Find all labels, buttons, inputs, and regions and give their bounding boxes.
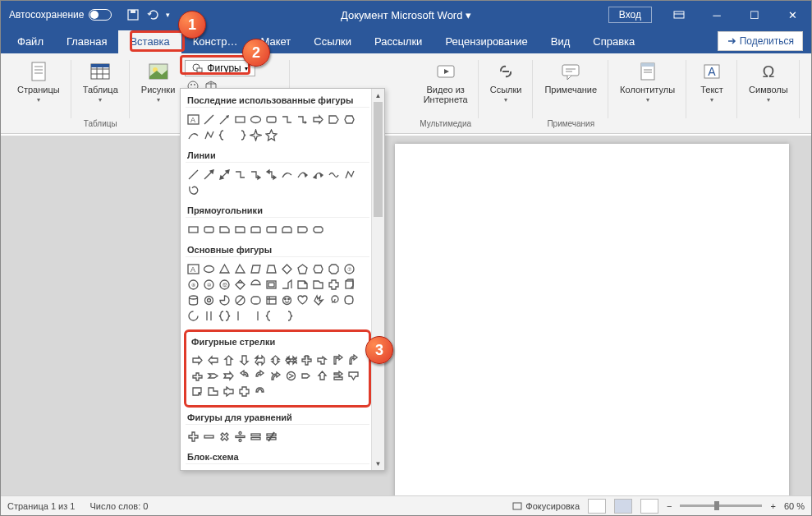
a9[interactable] bbox=[314, 352, 329, 367]
b22[interactable] bbox=[342, 277, 356, 292]
b14[interactable]: ⑫ bbox=[217, 277, 232, 292]
tab-references[interactable]: Ссылки bbox=[302, 30, 363, 53]
pentagon-shape[interactable] bbox=[326, 112, 341, 127]
curve-shape[interactable] bbox=[186, 127, 200, 142]
scroll-up-icon[interactable]: ▲ bbox=[372, 89, 384, 102]
b18[interactable] bbox=[279, 277, 294, 292]
b13[interactable]: ⑩ bbox=[201, 277, 216, 292]
document-area[interactable] bbox=[1, 136, 811, 495]
b27[interactable] bbox=[248, 293, 263, 307]
b30[interactable] bbox=[295, 293, 310, 307]
focus-mode-button[interactable]: Фокусировка bbox=[512, 501, 580, 511]
b2[interactable] bbox=[201, 261, 216, 276]
a26[interactable] bbox=[236, 384, 251, 399]
online-video-button[interactable]: Видео из Интернета bbox=[418, 57, 474, 108]
b21[interactable] bbox=[326, 277, 341, 292]
login-button[interactable]: Вход bbox=[608, 7, 652, 23]
a15[interactable] bbox=[236, 368, 251, 383]
b35[interactable] bbox=[201, 308, 216, 323]
a6[interactable] bbox=[268, 352, 282, 367]
b19[interactable] bbox=[295, 277, 310, 292]
tab-mailings[interactable]: Рассылки bbox=[363, 30, 434, 53]
b23[interactable] bbox=[186, 293, 200, 307]
zoom-in-button[interactable]: + bbox=[770, 501, 775, 511]
rect5[interactable] bbox=[248, 222, 263, 237]
links-button[interactable]: Ссылки ▾ bbox=[484, 57, 529, 107]
tab-file[interactable]: Файл bbox=[6, 30, 55, 53]
a2[interactable] bbox=[205, 352, 220, 367]
rect2[interactable] bbox=[201, 222, 216, 237]
connector-shape[interactable] bbox=[279, 112, 294, 127]
star5-shape[interactable] bbox=[264, 127, 278, 142]
a3[interactable] bbox=[221, 352, 236, 367]
undo-icon[interactable] bbox=[146, 8, 159, 21]
document-page[interactable] bbox=[395, 144, 789, 516]
b32[interactable] bbox=[326, 293, 341, 307]
line10[interactable] bbox=[326, 167, 341, 182]
line11[interactable] bbox=[342, 167, 356, 182]
save-icon[interactable] bbox=[126, 8, 140, 21]
textbox-shape[interactable]: A bbox=[186, 112, 200, 127]
b17[interactable] bbox=[264, 277, 278, 292]
b40[interactable] bbox=[279, 308, 294, 323]
a12[interactable] bbox=[190, 368, 204, 383]
line4[interactable] bbox=[232, 167, 247, 182]
scrollbar[interactable]: ▲ ▼ bbox=[371, 89, 384, 470]
rect8[interactable] bbox=[295, 222, 310, 237]
a16[interactable] bbox=[252, 368, 267, 383]
b29[interactable] bbox=[279, 293, 294, 307]
line7[interactable] bbox=[279, 167, 294, 182]
rect-shape[interactable] bbox=[232, 112, 247, 127]
status-word-count[interactable]: Число слов: 0 bbox=[89, 501, 148, 511]
a7[interactable] bbox=[283, 352, 298, 367]
web-layout-button[interactable] bbox=[640, 499, 658, 514]
b24[interactable] bbox=[201, 293, 216, 307]
a11[interactable] bbox=[346, 352, 360, 367]
a21[interactable] bbox=[330, 368, 345, 383]
a10[interactable] bbox=[330, 352, 345, 367]
b16[interactable] bbox=[248, 277, 263, 292]
shapes-dropdown-button[interactable]: Фигуры ▾ bbox=[185, 60, 255, 76]
scroll-thumb[interactable] bbox=[374, 102, 383, 217]
rect4[interactable] bbox=[232, 222, 247, 237]
rect7[interactable] bbox=[279, 222, 294, 237]
tab-view[interactable]: Вид bbox=[539, 30, 582, 53]
b12[interactable]: ⑧ bbox=[186, 277, 200, 292]
a22[interactable] bbox=[346, 368, 360, 383]
rect9[interactable] bbox=[310, 222, 325, 237]
line-shape[interactable] bbox=[201, 112, 216, 127]
rounded-rect-shape[interactable] bbox=[264, 112, 278, 127]
line8[interactable] bbox=[295, 167, 310, 182]
pages-button[interactable]: Страницы ▾ bbox=[11, 57, 67, 107]
brace-shape[interactable] bbox=[217, 127, 232, 142]
minimize-icon[interactable]: ─ bbox=[698, 1, 736, 29]
eq-minus[interactable] bbox=[201, 429, 216, 444]
star4-shape[interactable] bbox=[248, 127, 263, 142]
oval-shape[interactable] bbox=[248, 112, 263, 127]
eq-equals[interactable] bbox=[248, 429, 263, 444]
b33[interactable] bbox=[342, 293, 356, 307]
a23[interactable] bbox=[190, 384, 204, 399]
b25[interactable] bbox=[217, 293, 232, 307]
b6[interactable] bbox=[264, 261, 278, 276]
zoom-level[interactable]: 60 % bbox=[784, 501, 805, 511]
eq-multiply[interactable] bbox=[217, 429, 232, 444]
a17[interactable] bbox=[268, 368, 282, 383]
maximize-icon[interactable]: ☐ bbox=[736, 1, 773, 29]
status-page[interactable]: Страница 1 из 1 bbox=[7, 501, 75, 511]
ribbon-display-icon[interactable] bbox=[660, 1, 698, 29]
pictures-button[interactable]: Рисунки ▾ bbox=[135, 57, 182, 114]
a20[interactable] bbox=[314, 368, 329, 383]
share-button[interactable]: Поделиться bbox=[718, 31, 803, 51]
b39[interactable] bbox=[264, 308, 278, 323]
rect6[interactable] bbox=[264, 222, 278, 237]
arrow-right-shape[interactable] bbox=[310, 112, 325, 127]
b36[interactable] bbox=[217, 308, 232, 323]
qat-more-icon[interactable]: ▾ bbox=[166, 11, 170, 19]
zoom-out-button[interactable]: − bbox=[667, 501, 672, 511]
a24[interactable] bbox=[205, 384, 220, 399]
line2[interactable] bbox=[201, 167, 216, 182]
a27[interactable] bbox=[252, 384, 267, 399]
b20[interactable] bbox=[310, 277, 325, 292]
tab-help[interactable]: Справка bbox=[581, 30, 646, 53]
